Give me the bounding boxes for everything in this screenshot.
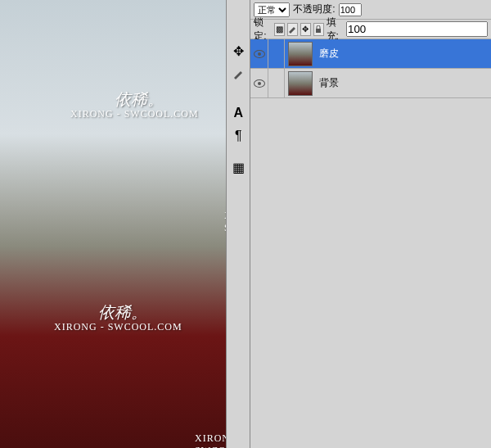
vertical-toolbar: ✥ A ¶ ▦	[226, 0, 250, 448]
lock-pixels-icon[interactable]	[287, 23, 298, 36]
layer-thumbnail[interactable]	[288, 71, 313, 96]
layer-row[interactable]: 背景	[250, 69, 491, 98]
layer-row[interactable]: 磨皮	[250, 39, 491, 69]
layers-panel: 正常 不透明度: 锁定: ▩ ✥ 填充: 磨皮 背景	[250, 0, 491, 448]
swatch-tool-icon[interactable]: ▦	[227, 156, 250, 178]
layers-list: 磨皮 背景	[250, 39, 491, 448]
watermark-3-en: XIRONG - SWCOOL.COM	[54, 321, 182, 333]
layer-name-label[interactable]: 背景	[316, 76, 339, 90]
eye-icon	[254, 50, 265, 58]
lock-position-icon[interactable]: ✥	[300, 23, 311, 36]
document-canvas[interactable]: 依稀。 XIRONG - SWCOOL.COM 依稀。 XIRONG - SWC…	[0, 0, 226, 448]
watermark-2-en: XIRONG - SWCOOL.COM	[224, 210, 226, 234]
watermark-1: 依稀。	[115, 88, 164, 111]
type-tool-icon[interactable]: A	[227, 102, 250, 124]
blend-options-row: 正常 不透明度:	[250, 0, 491, 20]
layer-thumbnail[interactable]	[288, 42, 313, 66]
watermark-3: 依稀。	[98, 301, 147, 324]
eye-icon	[254, 79, 265, 88]
opacity-input[interactable]	[339, 3, 362, 16]
svg-rect-0	[316, 29, 321, 33]
brush-tool-icon[interactable]	[227, 63, 250, 84]
watermark-1-en: XIRONG - SWCOOL.COM	[70, 108, 199, 120]
visibility-toggle[interactable]	[250, 69, 268, 97]
fill-input[interactable]	[346, 21, 488, 37]
paragraph-tool-icon[interactable]: ¶	[227, 125, 250, 147]
watermark-4-en: XIRONG - SWCOOL.COM	[195, 432, 226, 448]
link-column[interactable]	[268, 39, 285, 68]
lock-all-icon[interactable]	[313, 23, 324, 36]
link-column[interactable]	[268, 69, 285, 97]
lock-options-row: 锁定: ▩ ✥ 填充:	[250, 20, 491, 39]
visibility-toggle[interactable]	[250, 39, 268, 68]
opacity-label: 不透明度:	[293, 2, 335, 16]
layer-name-label[interactable]: 磨皮	[316, 47, 339, 61]
lock-transparency-icon[interactable]: ▩	[274, 23, 285, 36]
move-tool-icon[interactable]: ✥	[227, 40, 250, 61]
